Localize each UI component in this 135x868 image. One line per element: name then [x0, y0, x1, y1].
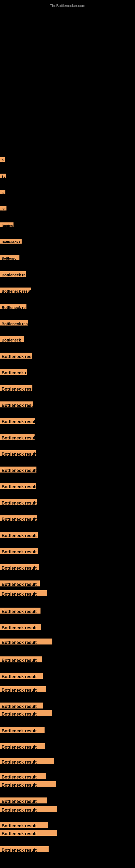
- bar-label: Bottleneck result: [0, 639, 52, 645]
- bar-item: Bottleneck res: [0, 369, 27, 375]
- bar-label: Bottleneck result: [0, 773, 46, 779]
- bar-label: Bottleneck result: [0, 516, 37, 521]
- bar-label: Bottleneck result: [0, 798, 47, 803]
- bar-label: Bottleneck result: [0, 483, 36, 489]
- bar-label: Bottleneck result: [0, 608, 41, 614]
- bar-label: Bottleneck result: [0, 564, 39, 570]
- bar-item: Bottleneck result: [0, 639, 52, 645]
- bar-item: Bottleneck result: [0, 608, 41, 614]
- bar-label: Bottleneck r: [0, 239, 21, 244]
- bar-item: Bottleneck result: [0, 686, 46, 692]
- bar-label: Bottleneck result: [0, 686, 46, 692]
- bar-label: Bottleneck result: [0, 656, 42, 662]
- bar-item: Bottleneck result: [0, 516, 37, 521]
- bar-label: Bottleneck result: [0, 727, 45, 733]
- bar-label: Bottleneck re: [0, 304, 27, 309]
- bar-item: Bottleneck result: [0, 773, 46, 779]
- bar-label: Bottleneck resi: [0, 320, 28, 326]
- bar-label: Bottleneck result: [0, 624, 41, 630]
- bar-label: Bottleneck res: [0, 369, 27, 375]
- bar-item: Bottleneck result: [0, 532, 38, 538]
- bar-label: Bottleneck result: [0, 846, 49, 852]
- bar-item: Bottlen: [0, 222, 13, 227]
- bar-item: Bottleneck result: [0, 418, 35, 424]
- bar-item: Bottleneck result: [0, 401, 33, 407]
- bar-item: Bo: [0, 206, 6, 211]
- bar-label: Bottleneck result: [0, 418, 35, 424]
- bar-item: Bottleneck resi: [0, 320, 28, 326]
- bar-item: Bottleneck result: [0, 822, 48, 828]
- bar-item: Bottleneck result: [0, 499, 37, 505]
- bar-item: Bottleneck result: [0, 710, 52, 716]
- bar-label: Bottleneck result: [0, 830, 57, 836]
- bar-item: Bottleneck result: [0, 483, 36, 489]
- bar-item: Bottleneck result: [0, 846, 49, 852]
- bar-label: Bottlenec: [0, 255, 19, 260]
- bar-item: B: [0, 157, 5, 162]
- bar-item: Bottleneck result: [0, 385, 32, 391]
- bar-item: Bottleneck result: [0, 590, 47, 596]
- bar-label: Bottleneck result: [0, 743, 45, 749]
- bar-label: B: [0, 157, 5, 162]
- bar-label: Bottleneck result: [0, 673, 43, 679]
- bar-item: Bottleneck result: [0, 548, 38, 554]
- bar-item: Bottleneck result: [0, 781, 56, 787]
- bar-label: Bottleneck result: [0, 758, 54, 764]
- bar-label: Bottleneck result: [0, 352, 32, 359]
- bar-label: Bottleneck re: [0, 271, 26, 277]
- bar-item: Bottlenec: [0, 255, 19, 260]
- bar-label: Bottleneck result: [0, 434, 35, 440]
- bar-item: B: [0, 190, 5, 194]
- bar-item: Bottleneck: [0, 336, 24, 342]
- bar-label: Bottleneck result: [0, 532, 38, 538]
- bar-item: Bottleneck result: [0, 450, 36, 456]
- bar-label: Bottleneck result: [0, 781, 56, 787]
- bar-label: Bottleneck: [0, 336, 24, 342]
- bar-label: Bottlen: [0, 222, 13, 227]
- bar-label: Bottleneck result: [0, 467, 37, 472]
- bar-item: Bottleneck result: [0, 581, 40, 586]
- bar-item: Bottleneck result: [0, 758, 54, 764]
- bar-item: Bottleneck resul: [0, 287, 31, 293]
- bar-label: Bottleneck result: [0, 499, 37, 505]
- bar-item: Bottleneck result: [0, 467, 37, 472]
- bar-item: Bo: [0, 174, 6, 178]
- bar-label: Bottleneck resul: [0, 287, 31, 293]
- bar-item: Bottleneck r: [0, 239, 21, 244]
- bar-item: Bottleneck result: [0, 703, 43, 709]
- bar-item: Bottleneck result: [0, 830, 57, 836]
- bar-item: Bottleneck result: [0, 798, 47, 803]
- bar-label: Bottleneck result: [0, 806, 57, 812]
- bar-label: Bottleneck result: [0, 590, 47, 596]
- bar-item: Bottleneck result: [0, 727, 45, 733]
- bar-item: Bottleneck result: [0, 673, 43, 679]
- bar-label: B: [0, 190, 5, 194]
- bar-item: Bottleneck re: [0, 304, 27, 309]
- bar-label: Bottleneck result: [0, 385, 32, 391]
- bar-label: Bottleneck result: [0, 401, 33, 407]
- bar-item: Bottleneck result: [0, 352, 32, 359]
- bar-label: Bottleneck result: [0, 450, 36, 456]
- bar-label: Bottleneck result: [0, 710, 52, 716]
- bar-label: Bottleneck result: [0, 703, 43, 709]
- bar-item: Bottleneck re: [0, 271, 26, 277]
- bar-item: Bottleneck result: [0, 564, 39, 570]
- bar-label: Bo: [0, 206, 6, 211]
- bar-item: Bottleneck result: [0, 434, 35, 440]
- bar-label: Bottleneck result: [0, 581, 40, 586]
- site-title: TheBottlenecker.com: [0, 1, 135, 10]
- bar-label: Bo: [0, 174, 6, 178]
- bar-label: Bottleneck result: [0, 822, 48, 828]
- bar-item: Bottleneck result: [0, 656, 42, 662]
- bar-label: Bottleneck result: [0, 548, 38, 554]
- bar-item: Bottleneck result: [0, 624, 41, 630]
- bar-item: Bottleneck result: [0, 806, 57, 812]
- bar-item: Bottleneck result: [0, 743, 45, 749]
